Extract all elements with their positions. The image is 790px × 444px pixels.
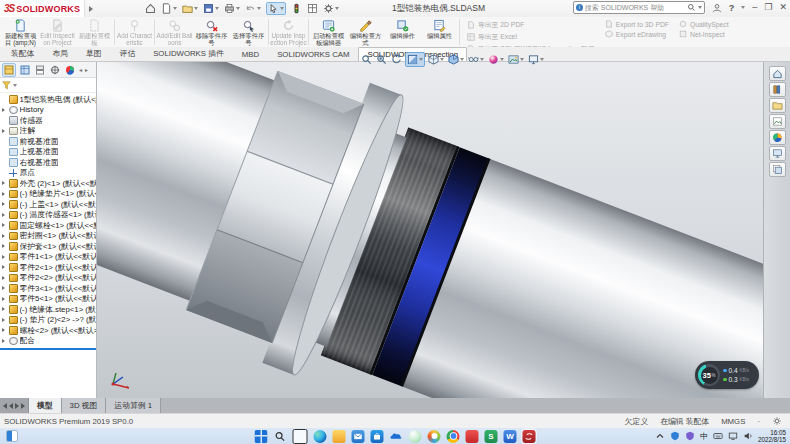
zoom-fit-icon[interactable]: [360, 53, 373, 66]
propertymanager-tab[interactable]: [19, 64, 31, 76]
sign-in-icon[interactable]: [712, 3, 722, 13]
view-orientation-icon[interactable]: [427, 53, 445, 66]
tree-item-component[interactable]: (-) 温度传感器<1> (默认<<默认>_: [0, 210, 96, 221]
remove-balloon-number-button[interactable]: 移除零件序号: [193, 17, 230, 47]
wps-app-icon[interactable]: W: [504, 430, 517, 443]
tree-item-component[interactable]: (-) 绝缘垫片<1> (默认<<默认>_显: [0, 189, 96, 200]
tab-addins[interactable]: SOLIDWORKS 插件: [144, 45, 233, 61]
tree-item-history[interactable]: History: [0, 105, 96, 116]
tree-item-component[interactable]: 固定螺栓<1> (默认<<默认>_显示: [0, 220, 96, 231]
widgets-icon[interactable]: [6, 430, 18, 442]
menu-flyout-icon[interactable]: [89, 6, 93, 12]
edit-operation-button[interactable]: 编辑操作: [384, 17, 421, 47]
browser-app-icon[interactable]: [428, 430, 441, 443]
panel-tab-scroll-right-icon[interactable]: ▸: [85, 66, 88, 73]
tree-item-component[interactable]: 外壳 (2)<1> (默认<<默认>_显示状: [0, 178, 96, 189]
chrome-icon[interactable]: [447, 430, 460, 443]
tree-item-component[interactable]: 零件2<2> (默认<<默认>_显示状: [0, 273, 96, 284]
zoom-area-icon[interactable]: [375, 53, 388, 66]
panel-splitter[interactable]: [0, 348, 96, 350]
forum-tab[interactable]: [769, 162, 786, 177]
tab-mbd[interactable]: MBD: [233, 47, 268, 61]
export-excel-item[interactable]: 导出至 Excel: [467, 32, 595, 42]
tree-item-sensors[interactable]: 传感器: [0, 115, 96, 126]
options-button[interactable]: [323, 3, 339, 14]
solidworks-resources-tab[interactable]: [769, 66, 786, 81]
search-icon[interactable]: [687, 3, 696, 12]
chat-app-icon[interactable]: [409, 430, 422, 443]
featuremanager-tab[interactable]: [2, 63, 16, 77]
filter-funnel-icon[interactable]: [2, 81, 11, 90]
tree-item-component[interactable]: 零件1<1> (默认<<默认>_显示状态: [0, 252, 96, 263]
panel-tab-scroll-left-icon[interactable]: ◂: [79, 66, 82, 73]
view-settings-icon[interactable]: [527, 53, 545, 66]
solidworks-app-icon[interactable]: [523, 430, 536, 443]
search-options-caret[interactable]: [698, 6, 702, 9]
new-inspection-project-button[interactable]: 新建检查项目 (amp;N): [2, 17, 39, 47]
mail-icon[interactable]: [352, 430, 365, 443]
net-inspect-item[interactable]: Net-Inspect: [679, 30, 729, 38]
edit-appearance-icon[interactable]: [487, 53, 505, 66]
qualityspect-item[interactable]: QualitySpect: [679, 20, 729, 28]
tab-sketch[interactable]: 草图: [77, 45, 111, 61]
tree-item-component[interactable]: 零件5<1> (默认<<默认>_显示状: [0, 294, 96, 305]
home-button[interactable]: [145, 3, 156, 14]
tree-item-right-plane[interactable]: 右视基准面: [0, 157, 96, 168]
tree-item-component[interactable]: 密封圈<1> (默认<<默认>_显示状: [0, 231, 96, 242]
edit-inspection-method-button[interactable]: 编辑检查方式: [347, 17, 384, 47]
3d-views-tab[interactable]: 3D 视图: [62, 398, 107, 413]
units-caret[interactable]: ·: [757, 417, 760, 426]
appearances-scenes-tab[interactable]: [769, 130, 786, 145]
taskbar-search-icon[interactable]: [274, 430, 287, 443]
apply-scene-icon[interactable]: [507, 53, 525, 66]
print-button[interactable]: [224, 3, 240, 14]
tree-item-top-plane[interactable]: 上视基准面: [0, 147, 96, 158]
save-button[interactable]: [203, 3, 219, 14]
touch-keyboard-icon[interactable]: [713, 431, 723, 441]
onedrive-icon[interactable]: [390, 430, 403, 443]
section-view-icon[interactable]: [405, 52, 425, 67]
start-button[interactable]: [255, 430, 268, 443]
edit-properties-button[interactable]: 编辑属性: [421, 17, 458, 47]
tree-item-component[interactable]: 零件3<1> (默认<<默认>_显示状: [0, 283, 96, 294]
tree-item-annotations[interactable]: 注解: [0, 126, 96, 137]
tab-layout[interactable]: 布局: [43, 45, 77, 61]
export-3d-pdf-item[interactable]: Export to 3D PDF: [605, 20, 669, 28]
configurationmanager-tab[interactable]: [34, 64, 46, 76]
export-edrawing-item[interactable]: Export eDrawing: [605, 30, 669, 38]
update-inspection-project-button[interactable]: Update Inspection Project: [270, 17, 307, 47]
rebuild-button[interactable]: [291, 3, 302, 14]
tree-item-origin[interactable]: 原点: [0, 168, 96, 179]
displaymanager-tab[interactable]: [64, 64, 76, 76]
security-blue-icon[interactable]: [670, 431, 680, 441]
edge-browser-icon[interactable]: [314, 430, 327, 443]
tab-scroll-buttons[interactable]: [0, 398, 29, 413]
tree-item-component[interactable]: (-) 垫片 (2)<2> ->? (默认<<默认>: [0, 315, 96, 326]
volume-icon[interactable]: [743, 431, 753, 441]
filter-caret[interactable]: [13, 84, 17, 87]
file-properties-button[interactable]: [307, 3, 318, 14]
security-purple-icon[interactable]: [685, 431, 695, 441]
custom-properties-tab[interactable]: [769, 146, 786, 161]
microsoft-store-icon[interactable]: [371, 430, 384, 443]
open-button[interactable]: [182, 3, 198, 14]
dimxpertmanager-tab[interactable]: [49, 64, 61, 76]
edit-inspection-project-button[interactable]: Edit Inspection Project: [39, 17, 76, 47]
minimize-button[interactable]: –: [752, 3, 757, 12]
red-app-icon[interactable]: [466, 430, 479, 443]
model-tab[interactable]: 模型: [29, 398, 62, 413]
tree-item-component[interactable]: (-) 绝缘体.step<1> (默认<<默认>: [0, 304, 96, 315]
help-caret[interactable]: [741, 6, 745, 9]
select-balloon-number-button[interactable]: 选择零件序号: [230, 17, 267, 47]
taskbar-clock[interactable]: 16:05 2022/8/15: [758, 429, 786, 443]
tree-item-component[interactable]: 保护套<1> (默认<<默认>_显示状: [0, 241, 96, 252]
tray-expand-chevron-icon[interactable]: [655, 431, 665, 441]
tree-item-assembly-root[interactable]: 1型铠装热电偶 (默认<默认_显示状态-1: [0, 94, 96, 105]
export-2d-pdf-item[interactable]: 导出至 2D PDF: [467, 20, 595, 30]
new-inspection-template-button[interactable]: 新建检查模板: [76, 17, 113, 47]
units-selector[interactable]: MMGS: [721, 417, 745, 426]
launch-template-editor-button[interactable]: 启动检查模板编辑器: [310, 17, 347, 47]
file-explorer-icon[interactable]: [333, 430, 346, 443]
add-characteristic-button[interactable]: Add Characteristic: [116, 17, 153, 47]
tab-assembly[interactable]: 装配体: [2, 45, 43, 61]
